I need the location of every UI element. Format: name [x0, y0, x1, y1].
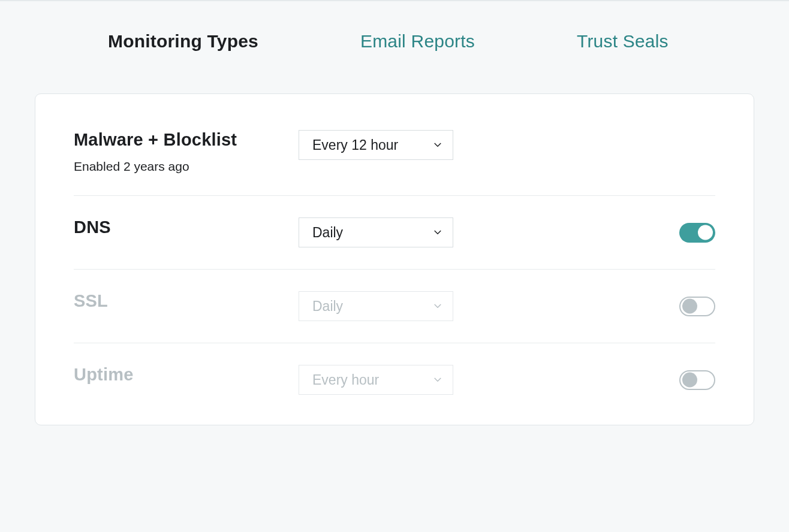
select-value: Daily	[312, 298, 343, 315]
monitoring-types-card: Malware + Blocklist Enabled 2 years ago …	[35, 93, 754, 425]
row-ssl: SSL Daily	[74, 270, 715, 343]
dns-toggle[interactable]	[679, 223, 715, 243]
malware-frequency-select[interactable]: Every 12 hour	[299, 130, 453, 160]
ssl-frequency-select[interactable]: Daily	[299, 291, 453, 321]
tab-trust-seals[interactable]: Trust Seals	[577, 31, 668, 52]
select-value: Every 12 hour	[312, 137, 398, 153]
row-titles: SSL	[74, 291, 299, 311]
toggle-knob	[682, 299, 697, 314]
row-title: SSL	[74, 291, 299, 311]
ssl-toggle[interactable]	[679, 297, 715, 316]
select-value: Every hour	[312, 372, 379, 388]
toggle-cell	[454, 217, 715, 247]
chevron-down-icon	[432, 227, 443, 238]
settings-view: Monitoring Types Email Reports Trust Sea…	[0, 0, 789, 532]
tabs: Monitoring Types Email Reports Trust Sea…	[0, 31, 789, 52]
uptime-frequency-select[interactable]: Every hour	[299, 365, 453, 395]
chevron-down-icon	[432, 374, 443, 385]
dns-frequency-select[interactable]: Daily	[299, 217, 453, 247]
row-malware-blocklist: Malware + Blocklist Enabled 2 years ago …	[74, 130, 715, 196]
row-uptime: Uptime Every hour	[74, 343, 715, 401]
toggle-knob	[698, 225, 713, 240]
uptime-toggle[interactable]	[679, 370, 715, 390]
toggle-cell	[454, 130, 715, 160]
chevron-down-icon	[432, 140, 443, 150]
row-subtitle: Enabled 2 years ago	[74, 159, 299, 174]
tab-email-reports[interactable]: Email Reports	[360, 31, 475, 52]
toggle-cell	[454, 291, 715, 321]
toggle-cell	[454, 365, 715, 395]
row-titles: Malware + Blocklist Enabled 2 years ago	[74, 130, 299, 174]
row-title: Uptime	[74, 365, 299, 385]
tab-monitoring-types[interactable]: Monitoring Types	[108, 31, 258, 52]
toggle-knob	[682, 373, 697, 388]
row-title: DNS	[74, 217, 299, 237]
row-titles: DNS	[74, 217, 299, 237]
row-title: Malware + Blocklist	[74, 130, 299, 150]
row-dns: DNS Daily	[74, 196, 715, 270]
row-titles: Uptime	[74, 365, 299, 385]
chevron-down-icon	[432, 301, 443, 312]
select-value: Daily	[312, 225, 343, 241]
